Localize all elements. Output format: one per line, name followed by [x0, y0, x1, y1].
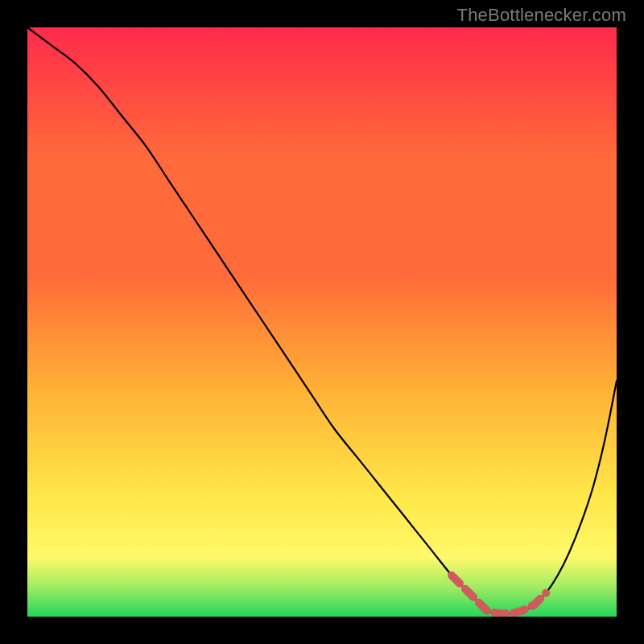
- chart-svg: [27, 27, 617, 617]
- gradient-background: [27, 27, 617, 617]
- watermark-text: TheBottlenecker.com: [457, 5, 626, 26]
- plot-area: [27, 27, 617, 617]
- chart-stage: TheBottlenecker.com: [0, 0, 644, 644]
